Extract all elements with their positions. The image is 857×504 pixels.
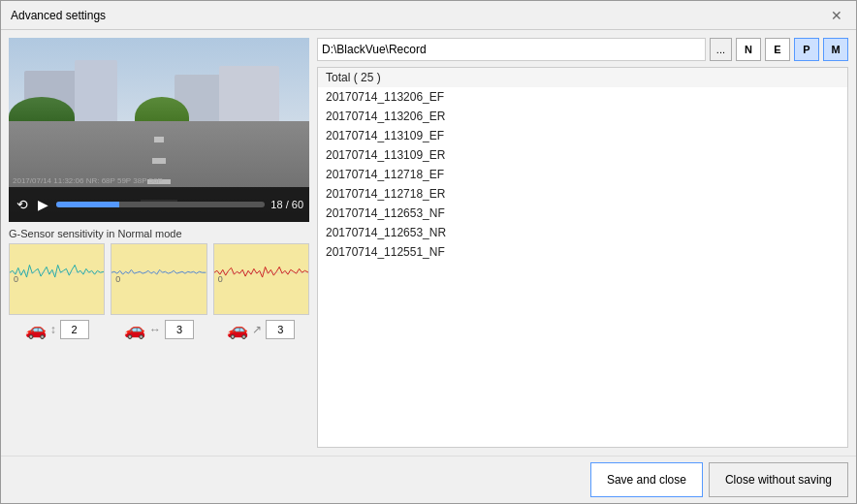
chart-impact: 0 🚗 ↗ <box>213 243 309 340</box>
file-list-header: Total ( 25 ) <box>318 68 847 87</box>
list-item[interactable]: 20170714_113206_ER <box>318 107 847 126</box>
filter-e-button[interactable]: E <box>765 38 790 61</box>
list-item[interactable]: 20170714_113109_ER <box>318 145 847 165</box>
titlebar: Advanced settings ✕ <box>1 1 856 30</box>
close-window-button[interactable]: ✕ <box>827 6 846 25</box>
chart-box-1: 0 <box>9 243 105 315</box>
sensitivity-input-2[interactable] <box>165 320 194 339</box>
window-title: Advanced settings <box>11 9 106 22</box>
list-item[interactable]: 20170714_112718_ER <box>318 184 847 204</box>
list-item[interactable]: 20170714_112551_NF <box>318 242 847 262</box>
list-item[interactable]: 20170714_112653_NF <box>318 204 847 223</box>
chart-controls-3: 🚗 ↗ <box>227 319 295 340</box>
chart-svg-3 <box>214 244 308 300</box>
horizontal-arrow-icon: ↔ <box>149 323 161 336</box>
save-close-button[interactable]: Save and close <box>590 462 703 497</box>
file-list: Total ( 25 ) 20170714_113206_EF20170714_… <box>317 67 848 448</box>
video-player: 2017/07/14 11:32:06 NR: 68P 59P 38P 56P … <box>9 38 309 222</box>
vertical-arrow-icon: ↕ <box>50 323 56 336</box>
frame-counter: 18 / 60 <box>270 199 303 210</box>
diagonal-arrow-icon: ↗ <box>252 323 262 336</box>
chart-controls-1: 🚗 ↕ <box>25 319 89 340</box>
car-icon-2: 🚗 <box>124 319 145 340</box>
marking1 <box>154 137 164 142</box>
gsensor-charts: 0 🚗 ↕ 0 <box>9 243 309 340</box>
marking2 <box>152 158 167 163</box>
filter-m-button[interactable]: M <box>823 38 848 61</box>
left-panel: 2017/07/14 11:32:06 NR: 68P 59P 38P 56P … <box>9 38 309 448</box>
path-input[interactable] <box>317 38 706 61</box>
video-timestamp: 2017/07/14 11:32:06 NR: 68P 59P 38P 56P <box>13 176 163 185</box>
gsensor-label: G-Sensor sensitivity in Normal mode <box>9 228 309 239</box>
main-content: 2017/07/14 11:32:06 NR: 68P 59P 38P 56P … <box>1 30 856 456</box>
browse-button[interactable]: ... <box>710 38 732 61</box>
filter-p-button[interactable]: P <box>794 38 819 61</box>
chart-box-3: 0 <box>213 243 309 315</box>
chart-controls-2: 🚗 ↔ <box>124 319 194 340</box>
rewind-button[interactable]: ⟲ <box>15 195 30 214</box>
filter-n-button[interactable]: N <box>736 38 761 61</box>
progress-fill <box>56 202 119 207</box>
car-icon-3: 🚗 <box>227 319 248 340</box>
video-controls: ⟲ ▶ 18 / 60 <box>9 187 309 222</box>
chart-svg-2 <box>111 244 206 300</box>
advanced-settings-window: Advanced settings ✕ <box>0 0 857 504</box>
play-button[interactable]: ▶ <box>36 195 50 214</box>
right-panel: ... N E P M Total ( 25 ) 20170714_113206… <box>317 38 848 448</box>
list-item[interactable]: 20170714_113109_EF <box>318 126 847 145</box>
car-icon-1: 🚗 <box>25 319 47 340</box>
chart-vertical: 0 🚗 ↕ <box>9 243 105 340</box>
building2 <box>75 60 116 123</box>
path-row: ... N E P M <box>317 38 848 61</box>
building4 <box>219 66 279 121</box>
list-item[interactable]: 20170714_112718_EF <box>318 165 847 184</box>
chart-horizontal: 0 🚗 ↔ <box>111 243 206 340</box>
chart-box-2: 0 <box>111 243 206 315</box>
progress-bar[interactable] <box>56 202 265 207</box>
list-item[interactable]: 20170714_113206_EF <box>318 87 847 107</box>
close-without-saving-button[interactable]: Close without saving <box>709 462 848 497</box>
list-item[interactable]: 20170714_112653_NR <box>318 223 847 242</box>
footer: Save and close Close without saving <box>1 456 856 503</box>
sensitivity-input-1[interactable] <box>60 320 89 339</box>
sensitivity-input-3[interactable] <box>266 320 295 339</box>
chart-svg-1 <box>10 244 104 300</box>
